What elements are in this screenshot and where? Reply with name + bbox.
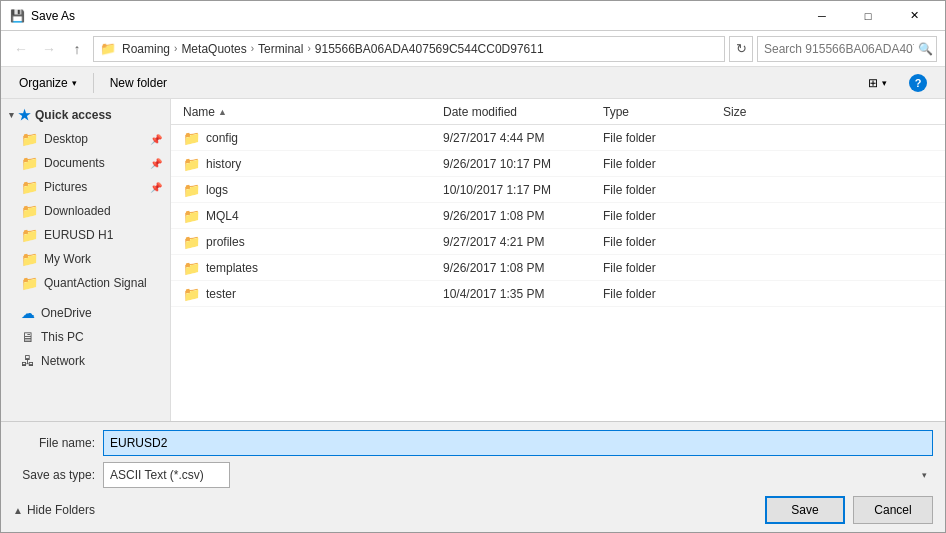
table-row[interactable]: 📁templates 9/26/2017 1:08 PM File folder bbox=[171, 255, 945, 281]
breadcrumb-sep-1: › bbox=[174, 43, 177, 54]
sort-arrow-name: ▲ bbox=[218, 107, 227, 117]
sidebar-item-pictures[interactable]: 📁 Pictures 📌 bbox=[1, 175, 170, 199]
back-button[interactable]: ← bbox=[9, 37, 33, 61]
sidebar-item-eurusd[interactable]: 📁 EURUSD H1 bbox=[1, 223, 170, 247]
cancel-button[interactable]: Cancel bbox=[853, 496, 933, 524]
main-content: ▾ ★ Quick access 📁 Desktop 📌 📁 Documents… bbox=[1, 99, 945, 421]
view-icon: ⊞ bbox=[868, 76, 878, 90]
breadcrumb-sep-3: › bbox=[307, 43, 310, 54]
table-row[interactable]: 📁logs 10/10/2017 1:17 PM File folder bbox=[171, 177, 945, 203]
pictures-folder-icon: 📁 bbox=[21, 179, 38, 195]
sidebar-item-onedrive[interactable]: ☁ OneDrive bbox=[1, 301, 170, 325]
sidebar-item-thispc[interactable]: 🖥 This PC bbox=[1, 325, 170, 349]
breadcrumb-metaquotes[interactable]: MetaQuotes bbox=[181, 42, 246, 56]
quick-access-label: Quick access bbox=[35, 108, 112, 122]
documents-label: Documents bbox=[44, 156, 105, 170]
quantaction-label: QuantAction Signal bbox=[44, 276, 147, 290]
search-icon: 🔍 bbox=[918, 42, 933, 56]
folder-icon: 📁 bbox=[183, 182, 200, 198]
network-icon: 🖧 bbox=[21, 353, 35, 369]
bottom-section: File name: Save as type: ASCII Text (*.c… bbox=[1, 421, 945, 532]
column-header-type[interactable]: Type bbox=[599, 105, 719, 119]
close-button[interactable]: ✕ bbox=[891, 1, 937, 31]
network-label: Network bbox=[41, 354, 85, 368]
hide-folders-row[interactable]: ▲ Hide Folders bbox=[13, 501, 95, 519]
saveas-label: Save as type: bbox=[13, 468, 103, 482]
table-row[interactable]: 📁history 9/26/2017 10:17 PM File folder bbox=[171, 151, 945, 177]
saveas-row: Save as type: ASCII Text (*.csv) CSV (*.… bbox=[13, 462, 933, 488]
up-button[interactable]: ↑ bbox=[65, 37, 89, 61]
window-icon: 💾 bbox=[9, 8, 25, 24]
mywork-folder-icon: 📁 bbox=[21, 251, 38, 267]
search-input[interactable] bbox=[764, 42, 914, 56]
sidebar-item-quantaction[interactable]: 📁 QuantAction Signal bbox=[1, 271, 170, 295]
breadcrumb-terminal[interactable]: Terminal bbox=[258, 42, 303, 56]
desktop-label: Desktop bbox=[44, 132, 88, 146]
forward-button[interactable]: → bbox=[37, 37, 61, 61]
view-button[interactable]: ⊞ ▾ bbox=[858, 71, 897, 95]
pictures-label: Pictures bbox=[44, 180, 87, 194]
refresh-button[interactable]: ↻ bbox=[729, 36, 753, 62]
eurusd-folder-icon: 📁 bbox=[21, 227, 38, 243]
window-title: Save As bbox=[31, 9, 799, 23]
sidebar-item-documents[interactable]: 📁 Documents 📌 bbox=[1, 151, 170, 175]
column-header-name[interactable]: Name ▲ bbox=[179, 105, 439, 119]
column-header-date[interactable]: Date modified bbox=[439, 105, 599, 119]
thispc-label: This PC bbox=[41, 330, 84, 344]
file-list-header: Name ▲ Date modified Type Size bbox=[171, 99, 945, 125]
table-row[interactable]: 📁config 9/27/2017 4:44 PM File folder bbox=[171, 125, 945, 151]
save-button-wrapper: Save bbox=[765, 496, 845, 524]
table-row[interactable]: 📁tester 10/4/2017 1:35 PM File folder bbox=[171, 281, 945, 307]
toolbar-separator bbox=[93, 73, 94, 93]
sidebar-item-mywork[interactable]: 📁 My Work bbox=[1, 247, 170, 271]
sidebar-item-desktop[interactable]: 📁 Desktop 📌 bbox=[1, 127, 170, 151]
downloaded-folder-icon: 📁 bbox=[21, 203, 38, 219]
organize-button[interactable]: Organize ▾ bbox=[9, 71, 87, 95]
title-bar-buttons: ─ □ ✕ bbox=[799, 1, 937, 31]
hide-folders-chevron-icon: ▲ bbox=[13, 505, 23, 516]
table-row[interactable]: 📁MQL4 9/26/2017 1:08 PM File folder bbox=[171, 203, 945, 229]
folder-icon: 📁 bbox=[183, 260, 200, 276]
filename-label: File name: bbox=[13, 436, 103, 450]
table-row[interactable]: 📁profiles 9/27/2017 4:21 PM File folder bbox=[171, 229, 945, 255]
address-bar: ← → ↑ 📁 Roaming › MetaQuotes › Terminal … bbox=[1, 31, 945, 67]
new-folder-label: New folder bbox=[110, 76, 167, 90]
save-as-dialog: 💾 Save As ─ □ ✕ ← → ↑ 📁 Roaming › MetaQu… bbox=[0, 0, 946, 533]
save-button[interactable]: Save bbox=[765, 496, 845, 524]
filename-input[interactable] bbox=[103, 430, 933, 456]
filename-row: File name: bbox=[13, 430, 933, 456]
maximize-button[interactable]: □ bbox=[845, 1, 891, 31]
quick-access-icon: ★ bbox=[18, 107, 31, 123]
breadcrumb-roaming[interactable]: Roaming bbox=[122, 42, 170, 56]
new-folder-button[interactable]: New folder bbox=[100, 71, 177, 95]
help-button[interactable]: ? bbox=[899, 71, 937, 95]
help-icon: ? bbox=[909, 74, 927, 92]
saveas-select-wrapper: ASCII Text (*.csv) CSV (*.csv) Text (*.t… bbox=[103, 462, 933, 488]
mywork-label: My Work bbox=[44, 252, 91, 266]
view-chevron: ▾ bbox=[882, 78, 887, 88]
column-header-size[interactable]: Size bbox=[719, 105, 799, 119]
desktop-folder-icon: 📁 bbox=[21, 131, 38, 147]
folder-icon: 📁 bbox=[183, 286, 200, 302]
documents-folder-icon: 📁 bbox=[21, 155, 38, 171]
breadcrumb-folder-icon: 📁 bbox=[100, 41, 116, 56]
quick-access-header[interactable]: ▾ ★ Quick access bbox=[1, 103, 170, 127]
breadcrumb-id[interactable]: 915566BA06ADA407569C544CC0D97611 bbox=[315, 42, 544, 56]
file-list: Name ▲ Date modified Type Size 📁config 9… bbox=[171, 99, 945, 421]
eurusd-label: EURUSD H1 bbox=[44, 228, 113, 242]
onedrive-label: OneDrive bbox=[41, 306, 92, 320]
downloaded-label: Downloaded bbox=[44, 204, 111, 218]
title-bar: 💾 Save As ─ □ ✕ bbox=[1, 1, 945, 31]
folder-icon: 📁 bbox=[183, 130, 200, 146]
saveas-select[interactable]: ASCII Text (*.csv) CSV (*.csv) Text (*.t… bbox=[103, 462, 230, 488]
pictures-pin-icon: 📌 bbox=[150, 182, 162, 193]
search-box: 🔍 bbox=[757, 36, 937, 62]
minimize-button[interactable]: ─ bbox=[799, 1, 845, 31]
desktop-pin-icon: 📌 bbox=[150, 134, 162, 145]
documents-pin-icon: 📌 bbox=[150, 158, 162, 169]
hide-folders-label: Hide Folders bbox=[27, 503, 95, 517]
sidebar-item-downloaded[interactable]: 📁 Downloaded bbox=[1, 199, 170, 223]
breadcrumb-bar[interactable]: 📁 Roaming › MetaQuotes › Terminal › 9155… bbox=[93, 36, 725, 62]
breadcrumb-sep-2: › bbox=[251, 43, 254, 54]
sidebar-item-network[interactable]: 🖧 Network bbox=[1, 349, 170, 373]
